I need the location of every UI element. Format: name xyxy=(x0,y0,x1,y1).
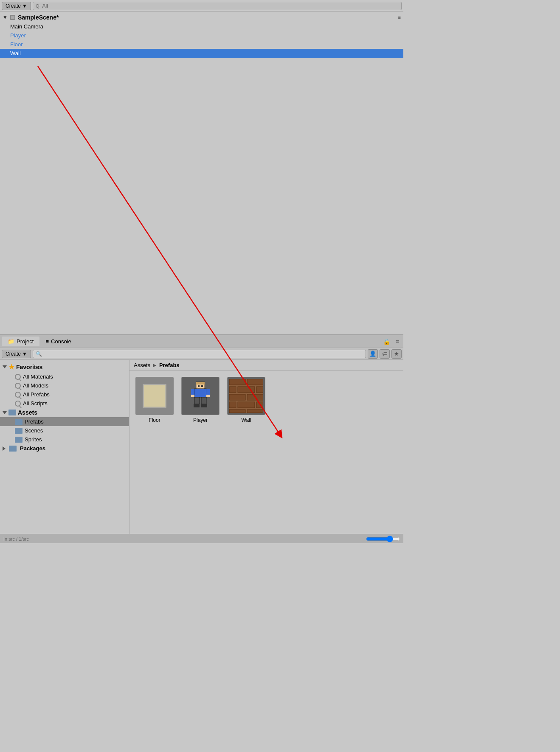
hierarchy-content: ▼ SampleScene* ≡ Main Camera Player Floo… xyxy=(0,12,403,334)
player-sprite xyxy=(188,381,213,411)
hierarchy-create-button[interactable]: Create ▼ xyxy=(2,2,31,10)
svg-rect-3 xyxy=(196,382,205,384)
favorites-header[interactable]: ★ Favorites xyxy=(0,362,129,372)
main-camera-label: Main Camera xyxy=(10,23,43,30)
scene-collapse-icon: ▼ xyxy=(3,14,8,20)
tab-icon-group: 🔒 ≡ xyxy=(382,337,402,346)
scene-name: SampleScene* xyxy=(18,14,59,21)
svg-rect-23 xyxy=(238,402,255,408)
star-icon-btn[interactable]: ★ xyxy=(391,349,402,359)
star-icon: ★ xyxy=(8,363,14,371)
svg-rect-20 xyxy=(256,387,263,393)
search-icon-prefabs xyxy=(15,392,21,398)
scene-header[interactable]: ▼ SampleScene* ≡ xyxy=(0,13,403,22)
tag-icon-btn[interactable]: 🏷 xyxy=(380,349,390,359)
svg-rect-16 xyxy=(229,379,245,385)
search-icon-materials xyxy=(15,374,21,380)
svg-rect-17 xyxy=(247,379,263,385)
breadcrumb-current: Prefabs xyxy=(159,362,180,368)
project-tab-icon: 📁 xyxy=(8,338,14,345)
all-scripts-label: All Scripts xyxy=(23,400,48,407)
hierarchy-item-player[interactable]: Player xyxy=(0,31,403,40)
hierarchy-item-wall[interactable]: Wall xyxy=(0,49,403,58)
packages-header[interactable]: Packages xyxy=(0,444,129,453)
hierarchy-toolbar: Create ▼ Q· All xyxy=(0,0,403,12)
project-create-label: Create xyxy=(6,351,21,357)
svg-rect-12 xyxy=(201,397,206,404)
asset-item-floor[interactable]: Floor xyxy=(134,375,175,425)
asset-item-wall[interactable]: Wall xyxy=(225,375,267,425)
tree-item-all-prefabs[interactable]: All Prefabs xyxy=(0,390,129,399)
status-text: In:src / 1/src xyxy=(3,536,29,542)
panel-menu-icon[interactable]: ≡ xyxy=(393,337,402,346)
project-tab-label: Project xyxy=(17,338,34,345)
bottom-panel: 📁 Project ≡ Console 🔒 ≡ Create ▼ 👤 🏷 ★ ★ xyxy=(0,335,403,543)
player-asset-label: Player xyxy=(193,417,208,423)
hierarchy-item-floor[interactable]: Floor xyxy=(0,40,403,49)
packages-expand-icon xyxy=(3,446,6,451)
svg-rect-1 xyxy=(11,16,14,19)
wall-thumbnail xyxy=(227,377,265,415)
all-materials-label: All Materials xyxy=(23,373,53,380)
tree-item-sprites[interactable]: Sprites xyxy=(0,435,129,444)
all-models-label: All Models xyxy=(23,382,48,389)
svg-rect-9 xyxy=(191,395,194,397)
scene-icon xyxy=(9,14,16,21)
assets-label: Assets xyxy=(18,409,37,416)
sprites-folder-icon xyxy=(15,437,23,443)
tab-console[interactable]: ≡ Console xyxy=(39,337,77,346)
wall-sprite xyxy=(229,379,263,413)
console-tab-icon: ≡ xyxy=(45,338,49,345)
prefabs-folder-icon xyxy=(15,419,23,425)
status-bar: In:src / 1/src xyxy=(0,534,403,543)
breadcrumb-root: Assets xyxy=(134,362,150,368)
search-icon-scripts xyxy=(15,401,21,407)
project-search-input[interactable] xyxy=(33,350,366,358)
person-icon-btn[interactable]: 👤 xyxy=(368,349,378,359)
svg-rect-7 xyxy=(191,389,194,395)
tree-item-prefabs[interactable]: Prefabs xyxy=(0,417,129,426)
search-icon-models xyxy=(15,383,21,389)
svg-rect-13 xyxy=(194,404,200,407)
tab-bar: 📁 Project ≡ Console 🔒 ≡ xyxy=(0,335,403,348)
asset-item-player[interactable]: Player xyxy=(180,375,221,425)
floor-thumbnail xyxy=(135,377,174,415)
svg-rect-10 xyxy=(206,395,210,397)
tree-item-all-scripts[interactable]: All Scripts xyxy=(0,399,129,408)
floor-inner-tile xyxy=(143,384,166,408)
folder-tree: ★ Favorites All Materials All Models All… xyxy=(0,360,129,534)
svg-rect-19 xyxy=(229,387,236,393)
project-create-arrow: ▼ xyxy=(22,351,27,357)
svg-rect-27 xyxy=(247,410,263,413)
svg-rect-11 xyxy=(194,397,200,404)
svg-rect-18 xyxy=(238,387,255,393)
scenes-label: Scenes xyxy=(25,427,43,434)
project-create-button[interactable]: Create ▼ xyxy=(2,350,31,358)
floor-asset-label: Floor xyxy=(149,417,160,423)
tree-item-scenes[interactable]: Scenes xyxy=(0,426,129,435)
hierarchy-search-bar: Q· All xyxy=(33,2,402,10)
favorites-collapse-icon xyxy=(3,365,7,368)
svg-rect-8 xyxy=(206,389,210,395)
svg-rect-24 xyxy=(229,402,236,408)
assets-header[interactable]: Assets xyxy=(0,408,129,417)
hierarchy-panel: Create ▼ Q· All ▼ SampleScene* ≡ Main Ca… xyxy=(0,0,403,335)
scenes-folder-icon xyxy=(15,428,23,434)
content-area: Assets ► Prefabs Floor xyxy=(129,360,403,534)
lock-icon[interactable]: 🔒 xyxy=(382,337,391,346)
tree-item-all-materials[interactable]: All Materials xyxy=(0,372,129,381)
svg-rect-22 xyxy=(247,394,263,400)
tree-item-all-models[interactable]: All Models xyxy=(0,381,129,390)
scene-menu-icon[interactable]: ≡ xyxy=(398,15,401,20)
assets-collapse-icon xyxy=(3,411,7,414)
player-thumbnail xyxy=(181,377,219,415)
console-tab-label: Console xyxy=(51,338,71,345)
hierarchy-item-main-camera[interactable]: Main Camera xyxy=(0,22,403,31)
svg-rect-6 xyxy=(194,389,206,397)
svg-rect-14 xyxy=(201,404,207,407)
player-label: Player xyxy=(10,32,26,39)
breadcrumb: Assets ► Prefabs xyxy=(129,360,403,371)
tab-project[interactable]: 📁 Project xyxy=(2,337,39,346)
zoom-slider[interactable] xyxy=(366,536,400,542)
wall-asset-label: Wall xyxy=(242,417,251,423)
